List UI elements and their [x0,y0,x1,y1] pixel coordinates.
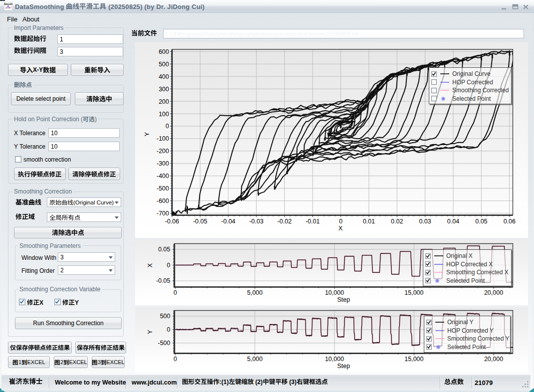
svg-text:20,000: 20,000 [484,289,503,296]
svg-text:10,000: 10,000 [325,356,344,363]
svg-text:0.05: 0.05 [475,218,487,225]
svg-text:0: 0 [167,326,171,333]
svg-text:Y: Y [147,330,154,334]
svg-text:-600: -600 [157,197,169,204]
svg-text:600: 600 [159,48,169,55]
svg-text:400: 400 [159,73,169,80]
svg-text:0.06: 0.06 [504,218,516,225]
svg-text:Step: Step [337,363,350,370]
svg-text:100: 100 [159,111,169,118]
svg-text:0.02: 0.02 [391,218,403,225]
svg-text:0: 0 [339,218,343,225]
svg-text:0.03: 0.03 [419,218,431,225]
svg-text:-0.05: -0.05 [193,218,207,225]
svg-text:-400: -400 [157,173,169,180]
svg-text:0.01: 0.01 [363,218,375,225]
svg-text:-0.05: -0.05 [156,277,171,284]
svg-text:5,000: 5,000 [247,289,262,296]
svg-text:0: 0 [174,356,177,363]
svg-text:-200: -200 [157,148,169,155]
svg-text:-700: -700 [157,210,169,217]
svg-text:500: 500 [159,61,169,68]
svg-text:X: X [339,225,343,232]
svg-text:15,000: 15,000 [404,289,423,296]
svg-text:5,000: 5,000 [247,356,262,363]
svg-text:-500: -500 [158,340,170,347]
svg-text:-0.01: -0.01 [306,218,320,225]
svg-text:X: X [147,263,154,267]
svg-text:20,000: 20,000 [484,356,503,363]
svg-text:-300: -300 [157,160,169,167]
svg-text:Y: Y [144,132,151,136]
svg-text:0: 0 [166,123,169,130]
svg-text:0.04: 0.04 [447,218,459,225]
svg-text:Step: Step [337,296,350,303]
svg-text:-0.02: -0.02 [277,218,292,225]
svg-text:-500: -500 [157,185,169,192]
svg-text:0.05: 0.05 [158,246,170,253]
svg-text:10,000: 10,000 [325,289,344,296]
svg-text:200: 200 [159,98,169,105]
svg-text:0: 0 [174,289,177,296]
svg-text:-100: -100 [157,135,169,142]
svg-text:15,000: 15,000 [404,356,423,363]
svg-text:500: 500 [160,313,171,320]
svg-text:300: 300 [159,86,169,93]
svg-text:0: 0 [167,262,171,269]
svg-text:-0.03: -0.03 [249,218,264,225]
svg-text:-0.06: -0.06 [165,218,179,225]
svg-text:-0.04: -0.04 [221,218,236,225]
